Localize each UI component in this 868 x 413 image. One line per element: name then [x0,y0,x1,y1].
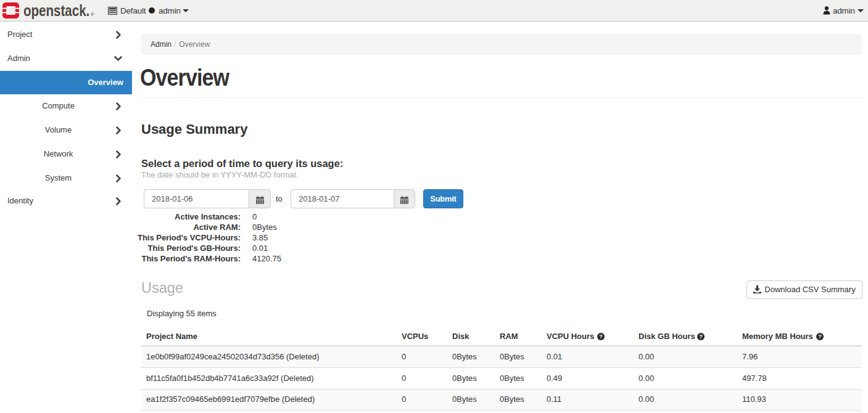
svg-text:?: ? [699,333,703,340]
svg-text:?: ? [599,333,603,340]
svg-text:?: ? [818,333,822,340]
